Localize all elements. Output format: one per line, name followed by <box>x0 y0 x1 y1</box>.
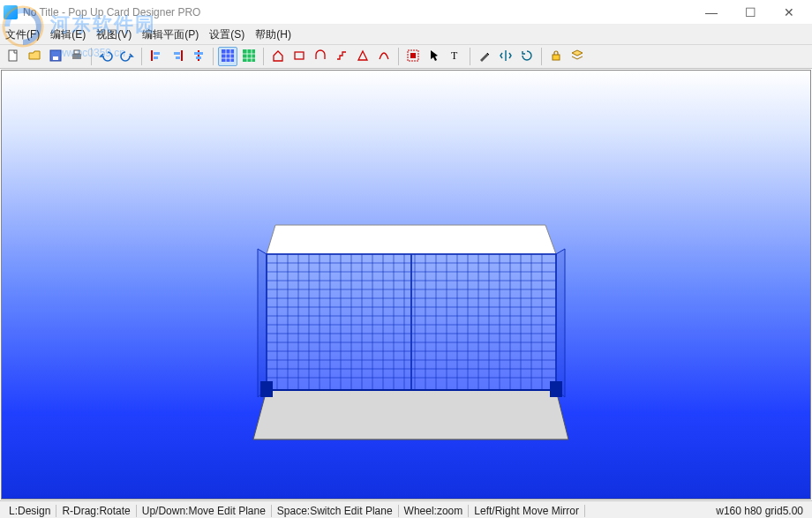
undo-icon <box>99 49 113 65</box>
svg-rect-19 <box>410 53 416 58</box>
svg-rect-3 <box>53 56 58 60</box>
menu-file[interactable]: 文件(F) <box>5 27 40 42</box>
svg-marker-70 <box>556 249 565 397</box>
text-icon: T <box>448 49 462 65</box>
toolbar-shape-arch-button[interactable] <box>311 47 330 66</box>
svg-rect-8 <box>154 56 158 59</box>
minimize-button[interactable]: — <box>692 0 731 25</box>
app-icon <box>4 5 18 19</box>
gridb-icon <box>221 49 235 65</box>
toolbar-pointer-button[interactable] <box>425 47 444 66</box>
toolbar-new-button[interactable] <box>4 47 23 66</box>
svg-rect-10 <box>174 52 180 55</box>
toolbar-separator <box>213 48 214 65</box>
floor-plane <box>253 390 568 439</box>
svg-rect-1 <box>9 50 17 61</box>
print-icon <box>70 49 84 65</box>
new-icon <box>6 49 20 65</box>
menu-help[interactable]: 帮助(H) <box>255 27 291 42</box>
menu-view[interactable]: 视图(V) <box>96 27 132 42</box>
svg-rect-13 <box>194 52 203 55</box>
lock-icon <box>549 49 563 65</box>
svg-rect-12 <box>198 50 199 61</box>
canvas[interactable] <box>1 70 811 499</box>
save-icon <box>49 49 63 65</box>
toolbar-separator <box>263 48 264 65</box>
toolbar-print-button[interactable] <box>67 47 86 66</box>
toolbar-open-button[interactable] <box>25 47 44 66</box>
rot-icon <box>520 49 534 65</box>
status-dimensions: w160 h80 grid5.00 <box>710 505 808 517</box>
toolbar-shape-home-button[interactable] <box>268 47 288 66</box>
status-hint-2: Up/Down:Move Edit Plane <box>137 505 272 517</box>
mirror-icon <box>499 49 513 65</box>
toolbar-pen-button[interactable] <box>475 47 494 66</box>
svg-rect-7 <box>154 52 160 55</box>
toolbar-separator <box>541 48 542 65</box>
status-hint-3: Space:Switch Edit Plane <box>272 505 399 517</box>
step-icon <box>335 49 349 65</box>
svg-rect-6 <box>151 50 153 61</box>
toolbar-separator <box>470 48 470 65</box>
menu-edit[interactable]: 编辑(E) <box>50 27 86 42</box>
center-icon <box>192 49 206 65</box>
layer-icon <box>570 49 584 65</box>
pen-icon <box>477 49 492 65</box>
toolbar-grid-green-button[interactable] <box>239 47 259 66</box>
svg-rect-9 <box>181 50 183 61</box>
toolbar: T <box>0 44 812 69</box>
svg-rect-4 <box>72 54 81 59</box>
scene-3d <box>2 71 810 499</box>
toolbar-separator <box>398 48 399 65</box>
toolbar-separator <box>141 48 142 65</box>
svg-rect-21 <box>553 55 560 60</box>
status-hint-0: L:Design <box>4 505 56 517</box>
menu-settings[interactable]: 设置(S) <box>209 27 244 42</box>
toolbar-center-button[interactable] <box>189 47 208 66</box>
open-icon <box>27 49 41 65</box>
toolbar-mirror-button[interactable] <box>496 47 515 66</box>
selred-icon <box>406 49 420 65</box>
toolbar-align-r-button[interactable] <box>168 47 187 66</box>
titlebar: No Title - Pop Up Card Designer PRO — ☐ … <box>0 0 812 25</box>
toolbar-shape-step-button[interactable] <box>332 47 351 66</box>
toolbar-grid-blue-button[interactable] <box>218 47 237 66</box>
toolbar-align-l-button[interactable] <box>147 47 166 66</box>
toolbar-lock-button[interactable] <box>546 47 566 66</box>
alignr-icon <box>170 49 184 65</box>
arch-icon <box>313 49 327 65</box>
tri-icon <box>356 49 370 65</box>
close-button[interactable]: ✕ <box>770 0 808 25</box>
back-grid <box>258 249 565 397</box>
toolbar-shape-tri-button[interactable] <box>353 47 372 66</box>
svg-rect-17 <box>295 52 304 59</box>
status-hint-5: Left/Right Move Mirror <box>469 505 585 517</box>
toolbar-rotate-button[interactable] <box>517 47 537 66</box>
maximize-button[interactable]: ☐ <box>731 0 770 25</box>
svg-rect-16 <box>243 49 255 62</box>
ptr-icon <box>427 49 441 65</box>
toolbar-save-button[interactable] <box>46 47 65 66</box>
svg-marker-69 <box>258 249 267 397</box>
window-title: No Title - Pop Up Card Designer PRO <box>23 6 692 19</box>
menubar: 文件(F) 编辑(E) 视图(V) 编辑平面(P) 设置(S) 帮助(H) <box>0 25 812 44</box>
toolbar-shape-box-button[interactable] <box>289 47 309 66</box>
svg-rect-14 <box>196 56 201 59</box>
redo-icon <box>120 49 134 65</box>
back-plane-top <box>267 225 556 254</box>
toolbar-undo-button[interactable] <box>96 47 116 66</box>
toolbar-text-button[interactable]: T <box>446 47 465 66</box>
status-hint-1: R-Drag:Rotate <box>56 505 136 517</box>
toolbar-separator <box>91 48 92 65</box>
svg-rect-5 <box>74 50 79 54</box>
toolbar-shape-curve-button[interactable] <box>374 47 394 66</box>
gridg-icon <box>242 49 256 65</box>
statusbar: L:DesignR-Drag:RotateUp/Down:Move Edit P… <box>0 500 812 518</box>
toolbar-layer-button[interactable] <box>568 47 587 66</box>
toolbar-sel-red-button[interactable] <box>403 47 423 66</box>
toolbar-redo-button[interactable] <box>117 47 137 66</box>
home-icon <box>271 49 285 65</box>
menu-editplane[interactable]: 编辑平面(P) <box>142 27 199 42</box>
status-hint-4: Wheel:zoom <box>399 505 470 517</box>
svg-rect-15 <box>222 49 234 62</box>
